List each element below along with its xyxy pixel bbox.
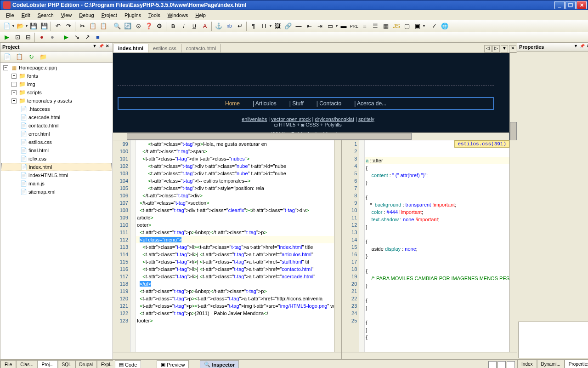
goto-icon[interactable]: ⊙ — [133, 21, 143, 31]
preview-nav-item[interactable]: | Contacto — [317, 100, 341, 107]
menu-debug[interactable]: Debug — [75, 12, 97, 19]
scrollbar-horizontal[interactable] — [113, 132, 509, 140]
tree-file[interactable]: 📄indexHTML5.html — [1, 171, 112, 179]
preview-nav-item[interactable]: | Stuff — [289, 100, 304, 107]
view-tab-code[interactable]: ▤Code — [115, 360, 141, 368]
panel-close-icon[interactable]: ✕ — [104, 44, 111, 50]
stop-icon[interactable]: ■ — [93, 32, 103, 42]
editor-left[interactable]: 9910010110210310410510610710810911011111… — [113, 140, 342, 359]
replace-icon[interactable]: 🔄 — [123, 21, 133, 31]
run-icon[interactable]: ▶ — [2, 32, 12, 42]
preview-nav-item[interactable]: | Acerca de... — [354, 100, 386, 107]
tab-close-icon[interactable]: ✕ — [509, 45, 516, 52]
underline-icon[interactable]: U — [189, 21, 199, 31]
tree-root[interactable]: − ▦ Homepage.clpprj — [1, 63, 112, 72]
menu-edit[interactable]: Edit — [18, 12, 34, 19]
layout-horiz-icon[interactable] — [498, 361, 506, 368]
bottom-tab[interactable]: Clas... — [16, 360, 37, 368]
heading-icon[interactable]: H — [259, 21, 269, 31]
font-color-icon[interactable]: A — [200, 21, 210, 31]
link-icon[interactable]: 🔗 — [283, 21, 293, 31]
br-icon[interactable]: ↵ — [235, 21, 245, 31]
code-area[interactable]: estilos.css(391) a ::after{ content : " … — [365, 140, 509, 352]
file-tab[interactable]: index.html — [113, 44, 148, 52]
menu-tools[interactable]: Tools — [145, 12, 164, 19]
hr-icon[interactable]: — — [294, 21, 304, 31]
indent-left-icon[interactable]: ⇤ — [304, 21, 314, 31]
anchor-icon[interactable]: ⚓ — [214, 21, 224, 31]
tab-list-icon[interactable]: ▼ — [501, 45, 508, 52]
expander-icon[interactable]: + — [11, 98, 17, 104]
save-icon[interactable]: 💾 — [28, 21, 39, 31]
validate-icon[interactable]: ✓ — [429, 21, 439, 31]
panel-dropdown-icon[interactable]: ▼ — [572, 44, 579, 50]
preview-nav-item[interactable]: Home — [225, 100, 240, 107]
panel-pin-icon[interactable]: 📌 — [98, 44, 104, 50]
view-tab-preview[interactable]: ▣Preview — [157, 360, 189, 368]
menu-view[interactable]: View — [57, 12, 76, 19]
tree-file[interactable]: 📄.htaccess — [1, 105, 112, 113]
italic-icon[interactable]: I — [179, 21, 189, 31]
nbsp-icon[interactable]: nb — [224, 21, 234, 31]
tree-folder[interactable]: +📁temporales y assets — [1, 97, 112, 105]
tab-next-icon[interactable]: ▷ — [492, 45, 500, 52]
bottom-tab[interactable]: Properties — [565, 360, 588, 368]
tree-file[interactable]: 📄main.js — [1, 179, 112, 188]
ol-icon[interactable]: ≡ — [360, 21, 370, 31]
menu-plugins[interactable]: Plugins — [121, 12, 145, 19]
tree-file[interactable]: 📄contacto.html — [1, 121, 112, 130]
expander-icon[interactable]: + — [11, 90, 17, 95]
expander-icon[interactable]: − — [3, 65, 8, 70]
preview-link[interactable]: dryicons/hongkiat — [315, 116, 354, 122]
debug-start-icon[interactable]: ⊡ — [12, 32, 23, 42]
bottom-tab[interactable]: Drupal — [75, 360, 97, 368]
code-area[interactable]: <t-attr">class="t-tag">p>Hola, me gusta … — [136, 140, 334, 352]
bottom-tab[interactable]: Index — [517, 360, 537, 368]
layout-vert-icon[interactable] — [507, 361, 515, 368]
preview-link[interactable]: enlivenlabs — [242, 116, 267, 122]
bottom-tab[interactable]: Proj... — [37, 360, 57, 368]
menu-file[interactable]: File — [2, 12, 18, 19]
proj-folder-icon[interactable]: 📁 — [38, 52, 48, 62]
tree-folder[interactable]: +📁scripts — [1, 88, 112, 97]
tree-folder[interactable]: +📁img — [1, 80, 112, 88]
bold-icon[interactable]: B — [168, 21, 178, 31]
open-icon[interactable]: 📂 — [15, 21, 25, 31]
tab-prev-icon[interactable]: ◁ — [484, 45, 492, 52]
script-icon[interactable]: JS — [391, 21, 401, 31]
menu-search[interactable]: Search — [34, 12, 57, 19]
tree-file[interactable]: 📄iefix.css — [1, 155, 112, 163]
debug-stop-icon[interactable]: ⊟ — [23, 32, 33, 42]
proj-new-icon[interactable]: 📄 — [2, 52, 12, 62]
layout-single-icon[interactable] — [488, 361, 497, 368]
panel-pin-icon[interactable]: 📌 — [579, 44, 585, 50]
project-tree[interactable]: − ▦ Homepage.clpprj +📁fonts+📁img+📁script… — [0, 63, 113, 359]
table-icon[interactable]: ▦ — [381, 21, 391, 31]
find-icon[interactable]: 🔍 — [112, 21, 122, 31]
proj-copy-icon[interactable]: 📋 — [14, 52, 24, 62]
paragraph-icon[interactable]: ¶ — [249, 21, 259, 31]
div-icon[interactable]: ▭ — [325, 21, 335, 31]
step-over-icon[interactable]: ▶ — [61, 32, 71, 42]
undo-icon[interactable]: ↶ — [53, 21, 63, 31]
scrollbar-horizontal[interactable] — [113, 352, 341, 359]
save-all-icon[interactable]: 💾 — [39, 21, 49, 31]
ul-icon[interactable]: ☰ — [370, 21, 380, 31]
bottom-tab[interactable]: Dynami... — [537, 360, 565, 368]
preview-link[interactable]: vector open stock — [271, 116, 311, 122]
view-tab-inspector[interactable]: 🔍Inspector — [200, 360, 239, 368]
scrollbar-vertical[interactable] — [509, 53, 517, 132]
preview-link[interactable]: spritely — [358, 116, 374, 122]
bottom-tab[interactable]: SQL — [58, 360, 75, 368]
css-source-badge[interactable]: estilos.css(391) — [454, 140, 509, 148]
new-file-icon[interactable]: 📄 — [2, 21, 12, 31]
tree-file[interactable]: 📄final.html — [1, 146, 112, 155]
cut-icon[interactable]: ✂ — [77, 21, 87, 31]
minimize-button[interactable]: _ — [554, 1, 565, 9]
fold-gutter[interactable] — [130, 140, 136, 352]
pre-icon[interactable]: PRE — [349, 21, 359, 31]
panel-dropdown-icon[interactable]: ▼ — [91, 44, 98, 50]
help-icon[interactable]: ❓ — [144, 21, 154, 31]
maximize-button[interactable]: ❐ — [565, 1, 576, 9]
editor-right[interactable]: 1234567891011121314151617181920212223242… — [342, 140, 517, 359]
